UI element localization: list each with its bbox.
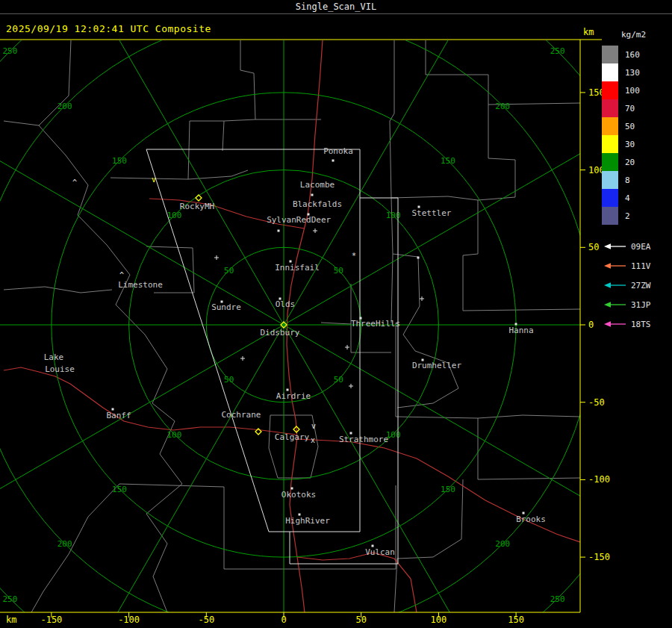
range-ring-label: 250 xyxy=(2,46,17,56)
county-boundaries xyxy=(4,40,580,612)
colorbar-entry: 70 xyxy=(602,99,671,117)
city-dot-icon xyxy=(311,194,314,196)
colorbar-swatch xyxy=(602,63,618,81)
plus-marker-icon xyxy=(420,296,424,301)
range-ring-label: 250 xyxy=(2,594,17,604)
city-label: Olds xyxy=(276,299,296,309)
colorbar-value: 160 xyxy=(625,50,640,60)
city-label: Sylvan xyxy=(267,215,296,225)
city-label: Stettler xyxy=(412,208,452,218)
city-label: HighRiver xyxy=(285,516,330,526)
colorbar-swatch xyxy=(602,46,618,63)
city-dot-icon xyxy=(417,257,420,259)
star-marker-icon: * xyxy=(352,252,356,260)
right-axis-tick-label: 50 xyxy=(588,242,599,252)
range-ring-label: 200 xyxy=(57,102,72,111)
colorbar-swatch xyxy=(602,99,618,117)
radial-line xyxy=(60,0,284,325)
radar-arrow-icon xyxy=(602,281,627,290)
caret-marker-icon: ^ xyxy=(119,271,124,279)
radar-arrow-icon xyxy=(602,242,627,251)
colorbar-entry: 2 xyxy=(602,207,671,225)
range-ring-label: 150 xyxy=(441,485,455,494)
radar-site-legend: 09EA111V27ZW31JP18TS xyxy=(602,237,671,334)
radar-id-label: 31JP xyxy=(631,300,651,310)
city-label: Didsbury xyxy=(261,328,300,338)
caret-marker-icon: ^ xyxy=(72,178,77,187)
city-label: Drumheller xyxy=(412,361,462,370)
colorbar-swatch xyxy=(602,135,618,153)
colorbar-swatch xyxy=(602,153,618,171)
range-ring-label: 50 xyxy=(224,375,234,385)
city-label: Okotoks xyxy=(281,490,316,500)
bottom-axis-tick-label: -50 xyxy=(198,615,214,625)
colorbar-entry: 4 xyxy=(602,189,671,207)
city-label: Limestone xyxy=(118,280,163,290)
plus-marker-icon xyxy=(349,384,353,388)
radar-map-canvas[interactable]: 5050505010010010010015015015015020020020… xyxy=(0,0,672,628)
colorbar-swatch xyxy=(602,171,618,189)
city-label: RedDeer xyxy=(296,215,332,225)
colorbar-swatch xyxy=(602,117,618,135)
colorbar-entry: 20 xyxy=(602,153,671,171)
radial-line xyxy=(284,0,508,325)
radar-arrow-icon xyxy=(602,320,627,329)
radar-legend-item: 31JP xyxy=(602,295,671,314)
colorbar-value: 2 xyxy=(625,211,630,221)
radar-id-label: 27ZW xyxy=(631,281,651,290)
right-axis-tick-label: -100 xyxy=(588,474,610,485)
radar-app-window: Single_Scan_VIL 2025/09/19 12:02:41 UTC … xyxy=(0,0,672,628)
plus-marker-icon xyxy=(240,356,245,361)
bottom-axis-tick-label: -100 xyxy=(118,615,140,625)
scan-area-outlines xyxy=(146,149,398,564)
city-label: Banff xyxy=(106,411,131,420)
city-dot-icon xyxy=(332,160,335,162)
city-label: Calgary xyxy=(275,432,310,442)
range-ring-label: 200 xyxy=(495,539,510,549)
bottom-axis-tick-label: 100 xyxy=(431,615,447,625)
right-axis-tick-label: -150 xyxy=(588,552,610,562)
colorbar-value: 70 xyxy=(625,104,635,114)
city-label: Strathmore xyxy=(339,435,388,444)
city-label: Ponoka xyxy=(323,146,353,156)
colorbar-entry: 100 xyxy=(602,81,671,99)
legend-sidebar: kg/m2 16013010070503020842 09EA111V27ZW3… xyxy=(602,30,671,334)
range-ring-label: 150 xyxy=(441,156,455,166)
city-label: RockyMH xyxy=(180,202,214,211)
colorbar-value: 50 xyxy=(625,122,635,131)
range-ring-label: 200 xyxy=(495,102,510,111)
colorbar-swatch xyxy=(602,189,618,207)
city-label: Lacombe xyxy=(300,180,335,190)
range-ring-label: 50 xyxy=(334,375,343,385)
plus-marker-icon xyxy=(313,228,317,233)
radial-line xyxy=(0,101,284,325)
v-marker-icon: v xyxy=(152,175,156,184)
range-ring-label: 100 xyxy=(386,211,401,220)
city-label: Lake xyxy=(44,352,64,362)
colorbar-entry: 30 xyxy=(602,135,671,153)
right-axis-tick-label: -50 xyxy=(588,397,605,408)
colorbar-entry: 8 xyxy=(602,171,671,189)
colorbar-value: 20 xyxy=(625,158,635,167)
radar-id-label: 09EA xyxy=(631,242,651,252)
range-ring-label: 250 xyxy=(550,594,565,604)
city-label: Sundre xyxy=(211,302,241,312)
colorbar-value: 4 xyxy=(625,193,630,203)
axis-unit-label-bottom-left: km xyxy=(6,615,16,625)
radar-legend-item: 18TS xyxy=(602,314,671,334)
axis-unit-label-top-right: km xyxy=(583,27,594,37)
plus-marker-icon xyxy=(214,255,219,260)
range-ring-label: 150 xyxy=(112,156,127,166)
x-marker-icon: x xyxy=(311,436,315,444)
radar-arrow-icon xyxy=(602,261,627,270)
colorbar-entry: 50 xyxy=(602,117,671,135)
range-ring-label: 200 xyxy=(57,539,72,549)
vil-colorbar: 16013010070503020842 xyxy=(602,46,671,225)
colorbar-swatch xyxy=(602,81,618,99)
point-markers: *v^xv xyxy=(72,175,424,444)
bottom-axis-tick-label: 150 xyxy=(508,615,524,625)
city-label: ThreeHills xyxy=(351,319,400,329)
colorbar-value: 130 xyxy=(625,68,640,78)
highways xyxy=(4,40,580,612)
colorbar-swatch xyxy=(602,207,618,225)
